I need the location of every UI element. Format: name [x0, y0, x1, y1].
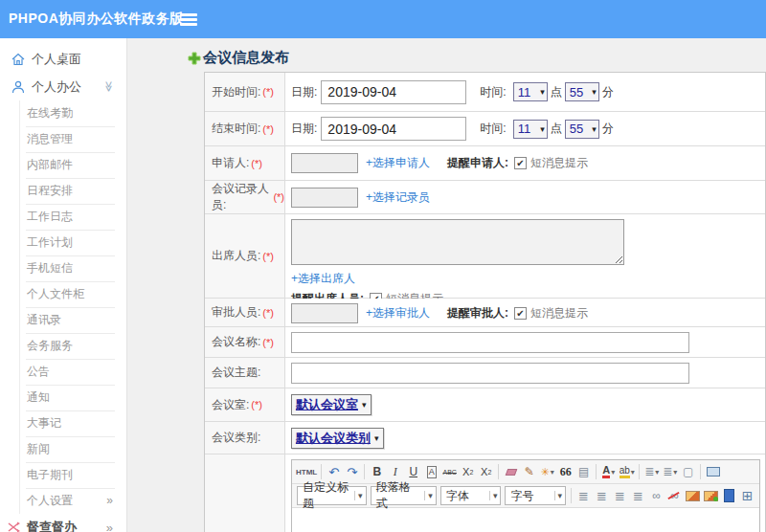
- approver-sms-checkbox[interactable]: ✔: [514, 307, 527, 320]
- applicant-input[interactable]: [291, 153, 358, 173]
- choose-applicant-link[interactable]: +选择申请人: [366, 155, 430, 171]
- eraser-icon[interactable]: [503, 463, 519, 481]
- end-date-input[interactable]: [321, 117, 466, 141]
- sidebar-item-memorabilia[interactable]: 大事记: [0, 410, 126, 436]
- supervision-icon: [8, 521, 21, 532]
- sidebar-item-schedule[interactable]: 日程安排: [0, 178, 126, 204]
- remind-approver-label: 提醒审批人:: [447, 305, 508, 321]
- sidebar-item-messages[interactable]: 消息管理: [0, 126, 126, 152]
- sidebar-item-e-journal[interactable]: 电子期刊: [0, 462, 126, 488]
- fullscreen-icon[interactable]: [705, 463, 721, 481]
- time-label: 时间:: [480, 84, 506, 100]
- sidebar-item-attendance[interactable]: 在线考勤: [0, 100, 126, 126]
- attendees-textarea[interactable]: [291, 219, 624, 265]
- redo-icon[interactable]: ↷: [344, 463, 360, 481]
- font-color-button[interactable]: A▾: [600, 463, 617, 481]
- sidebar-item-desktop[interactable]: 个人桌面: [0, 45, 126, 73]
- form-row-start-time: 开始时间:(*) 日期: 时间: 11▾ 点 55▾ 分: [205, 73, 765, 112]
- paragraph-format-select[interactable]: 段落格式▾: [371, 486, 437, 505]
- custom-title-select[interactable]: 自定义标题▾: [297, 486, 367, 505]
- meeting-name-input[interactable]: [291, 332, 689, 353]
- sidebar-item-personal-settings[interactable]: 个人设置 »: [0, 488, 126, 514]
- new-page-icon[interactable]: ▢: [680, 463, 696, 481]
- form-row-meeting-subject: 会议主题:: [205, 358, 765, 388]
- field-label: 会议室:(*): [205, 388, 285, 421]
- recorder-input[interactable]: [291, 188, 358, 208]
- form-row-approver: 审批人员:(*) +选择审批人 提醒审批人: ✔ 短消息提示: [205, 299, 765, 327]
- meeting-subject-input[interactable]: [291, 363, 689, 384]
- caret-down-icon: ▾: [540, 87, 545, 97]
- ordered-list-button[interactable]: ≣▾: [643, 463, 660, 481]
- font-family-select[interactable]: 字体▾: [440, 486, 502, 505]
- end-hour-select[interactable]: 11▾: [513, 120, 548, 139]
- subscript-button[interactable]: X2: [478, 463, 494, 481]
- choose-approver-link[interactable]: +选择审批人: [366, 305, 430, 321]
- insert-link-icon[interactable]: ∞: [648, 487, 665, 505]
- insert-local-image-icon[interactable]: [703, 487, 719, 505]
- choose-recorder-link[interactable]: +选择记录员: [366, 189, 430, 206]
- app-title: PHPOA协同办公软件政务版: [0, 11, 184, 28]
- required-mark: (*): [251, 158, 262, 169]
- insert-image-icon[interactable]: [685, 487, 701, 505]
- sidebar-item-news[interactable]: 新闻: [0, 436, 126, 462]
- sidebar-item-work-log[interactable]: 工作日志: [0, 204, 126, 230]
- editor-content-area[interactable]: [292, 508, 759, 532]
- sidebar-item-label: 督查督办: [27, 519, 77, 532]
- sidebar-item-notice[interactable]: 通知: [0, 385, 126, 410]
- start-hour-select[interactable]: 11▾: [513, 82, 548, 101]
- required-mark: (*): [273, 191, 284, 203]
- paste-icon[interactable]: ▤: [575, 463, 592, 481]
- sidebar-item-label: 个人办公: [32, 78, 81, 96]
- blockquote-button[interactable]: 66: [557, 463, 574, 481]
- bold-button[interactable]: B: [369, 463, 385, 481]
- align-right-icon[interactable]: ≣: [612, 487, 628, 505]
- strikethrough-button[interactable]: ABC: [441, 463, 458, 481]
- approver-input[interactable]: [291, 303, 358, 323]
- sidebar-item-meeting-service[interactable]: 会务服务: [0, 333, 126, 359]
- field-label: 结束时间:(*): [205, 112, 285, 145]
- sidebar-item-file-cabinet[interactable]: 个人文件柜: [0, 281, 126, 307]
- superscript-button[interactable]: X2: [460, 463, 476, 481]
- sidebar-item-announcement[interactable]: 公告: [0, 359, 126, 385]
- align-justify-icon[interactable]: ≣: [630, 487, 646, 505]
- italic-button[interactable]: I: [387, 463, 403, 481]
- start-date-input[interactable]: [321, 80, 466, 104]
- field-label: 会议类别:: [205, 422, 285, 454]
- meeting-category-select[interactable]: 默认会议类别 ▾: [291, 428, 384, 449]
- top-header: PHPOA协同办公软件政务版: [0, 0, 766, 38]
- font-size-select[interactable]: 字号▾: [505, 486, 566, 505]
- start-minute-select[interactable]: 55▾: [565, 82, 599, 101]
- remove-link-icon[interactable]: ∞: [666, 487, 683, 505]
- choose-attendee-link[interactable]: +选择出席人: [291, 271, 761, 287]
- format-brush-icon[interactable]: ✎: [521, 463, 537, 481]
- sidebar-item-internal-mail[interactable]: 内部邮件: [0, 152, 126, 178]
- rich-text-editor: HTML ↶ ↷ B I U A ABC X2 X2 ✎: [291, 459, 760, 532]
- applicant-sms-checkbox[interactable]: ✔: [514, 157, 527, 169]
- underline-button[interactable]: U: [405, 463, 421, 481]
- sidebar-item-supervision[interactable]: 督查督办 »: [0, 514, 126, 532]
- required-mark: (*): [262, 251, 274, 262]
- date-label: 日期:: [291, 84, 317, 100]
- undo-icon[interactable]: ↶: [326, 463, 342, 481]
- font-style-button[interactable]: A: [423, 463, 439, 481]
- field-label: 会议名称:(*): [205, 327, 285, 357]
- highlight-color-button[interactable]: ab▾: [619, 463, 635, 481]
- editor-toolbar-row2: 自定义标题▾ 段落格式▾ 字体▾ 字号▾ ≣ ≣: [292, 484, 759, 508]
- insert-media-icon[interactable]: [721, 487, 737, 505]
- form-row-meeting-category: 会议类别: 默认会议类别 ▾: [205, 422, 765, 454]
- hamburger-menu-icon[interactable]: [180, 13, 197, 16]
- sidebar-item-contacts[interactable]: 通讯录: [0, 307, 126, 333]
- auto-typeset-icon[interactable]: ✳▾: [539, 463, 555, 481]
- align-center-icon[interactable]: ≣: [594, 487, 610, 505]
- sidebar-item-work-plan[interactable]: 工作计划: [0, 230, 126, 255]
- sidebar-item-sms[interactable]: 手机短信: [0, 255, 126, 281]
- sidebar-item-office[interactable]: 个人办公 ≫: [0, 73, 126, 100]
- caret-down-icon: ▾: [374, 433, 379, 443]
- html-source-button[interactable]: HTML: [296, 463, 317, 481]
- unordered-list-button[interactable]: ≣▾: [662, 463, 678, 481]
- align-left-icon[interactable]: ≣: [575, 487, 592, 505]
- meeting-room-select[interactable]: 默认会议室 ▾: [291, 394, 372, 415]
- required-mark: (*): [262, 123, 274, 135]
- end-minute-select[interactable]: 55▾: [565, 120, 599, 139]
- insert-table-icon[interactable]: ⊞: [739, 487, 755, 505]
